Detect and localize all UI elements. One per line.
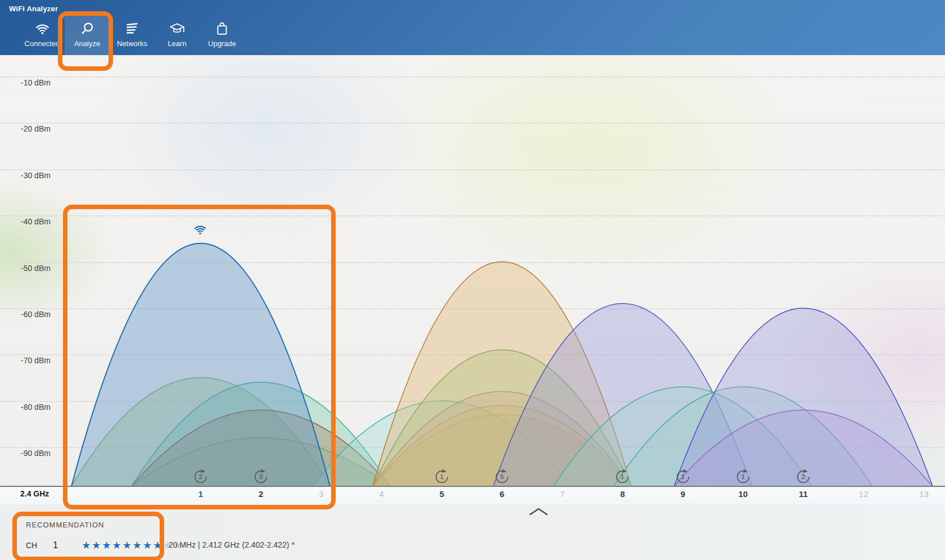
network-count-badge-ch2: 3 [252, 468, 269, 485]
recommended-channel-value: 1 [53, 540, 58, 550]
title-bar: WiFi Analyzer Connected Analyze Networks… [0, 0, 945, 55]
star-filled: ★ [153, 540, 163, 551]
nav-tabs: Connected Analyze Networks Learn Upgrade [20, 15, 245, 55]
svg-text:3: 3 [259, 473, 263, 480]
svg-text:1: 1 [741, 473, 745, 480]
tab-label: Upgrade [208, 39, 236, 48]
channel-label-10[interactable]: 10 [731, 489, 756, 499]
star-filled: ★ [92, 540, 102, 551]
channel-label-4[interactable]: 4 [369, 489, 394, 499]
star-filled: ★ [82, 540, 92, 551]
channel-label-12[interactable]: 12 [851, 489, 876, 499]
spectrum-chart [0, 56, 945, 486]
network-count-badge-ch9: 1 [675, 468, 691, 485]
tab-label: Connected [25, 39, 60, 48]
graduation-cap-icon [169, 20, 185, 37]
channel-label-5[interactable]: 5 [429, 489, 454, 499]
recommendation-details: 20 MHz | 2.412 GHz (2.402-2.422) * [169, 540, 295, 549]
channel-label-13[interactable]: 13 [911, 489, 936, 499]
network-count-badge-ch11: 2 [795, 468, 812, 485]
svg-text:5: 5 [500, 473, 504, 480]
network-list-icon [125, 20, 139, 37]
network-count-badge-ch6: 5 [494, 468, 510, 485]
wifi-icon [35, 20, 50, 37]
channel-label-2[interactable]: 2 [248, 489, 273, 499]
tab-label: Learn [168, 39, 186, 48]
channel-label-1[interactable]: 1 [188, 489, 213, 499]
recommendation-row: CH 1 ★★★★★★★★★★ [26, 539, 184, 552]
channel-label-11[interactable]: 11 [791, 489, 816, 499]
tab-connected[interactable]: Connected [20, 15, 65, 55]
tab-upgrade[interactable]: Upgrade [200, 15, 245, 55]
band-label: 2.4 GHz [20, 489, 49, 498]
channel-label-7[interactable]: 7 [550, 489, 575, 499]
tab-analyze[interactable]: Analyze [65, 15, 110, 55]
network-count-badge-ch5: 1 [433, 468, 450, 485]
tab-label: Analyze [74, 39, 100, 48]
recommendation-heading: RECOMMENDATION [26, 521, 104, 529]
tab-label: Networks [117, 39, 147, 48]
network-count-badge-ch1: 2 [192, 468, 209, 485]
svg-text:1: 1 [621, 473, 624, 480]
star-filled: ★ [123, 540, 133, 551]
network-count-badge-ch8: 1 [614, 468, 631, 485]
svg-text:1: 1 [440, 473, 444, 480]
recommendation-ch-label: CH [26, 541, 37, 550]
channel-label-9[interactable]: 9 [671, 489, 695, 499]
tab-networks[interactable]: Networks [110, 15, 155, 55]
network-curve-ch1[interactable] [71, 243, 330, 486]
network-curve-ch11[interactable] [674, 308, 933, 486]
network-count-badge-ch10: 1 [735, 468, 752, 485]
connected-network-wifi-icon [195, 227, 205, 234]
collapse-panel-chevron[interactable] [528, 507, 549, 517]
svg-text:2: 2 [199, 473, 202, 480]
svg-text:2: 2 [802, 473, 805, 480]
channel-label-6[interactable]: 6 [490, 489, 514, 499]
star-filled: ★ [102, 540, 112, 551]
svg-text:1: 1 [681, 473, 684, 480]
shopping-bag-icon [215, 20, 229, 37]
tab-learn[interactable]: Learn [155, 15, 200, 55]
app-title: WiFi Analyzer [9, 4, 58, 13]
magnifier-icon [80, 20, 94, 37]
star-filled: ★ [143, 540, 153, 551]
star-filled: ★ [112, 540, 123, 551]
channel-label-3[interactable]: 3 [309, 489, 333, 499]
channel-label-8[interactable]: 8 [610, 489, 635, 499]
wifi-analyzer-window: WiFi Analyzer Connected Analyze Networks… [0, 0, 945, 560]
star-filled: ★ [133, 540, 143, 551]
